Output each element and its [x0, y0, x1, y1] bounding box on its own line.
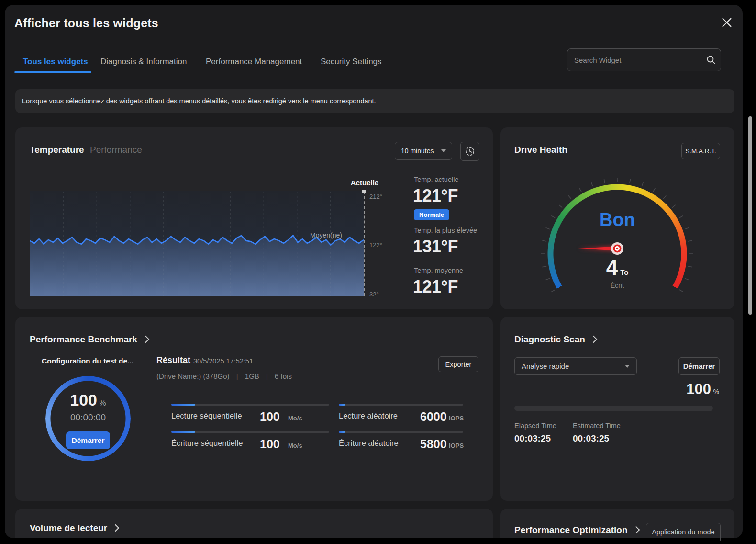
written-unit: To	[620, 268, 628, 276]
optimization-title[interactable]: Performance Optimization	[514, 525, 639, 535]
history-button[interactable]	[460, 142, 479, 161]
temp-average-label: Temp. moyenne	[414, 267, 463, 274]
chevron-right-icon	[142, 336, 150, 343]
benchmark-start-button[interactable]: Démarrer	[66, 431, 110, 449]
seq-read-bar	[171, 404, 329, 406]
drive-health-title: Drive Health	[514, 145, 567, 155]
diagnostic-progress-value: 100	[686, 381, 711, 397]
tab-performance-management[interactable]: Performance Management	[206, 57, 302, 67]
benchmark-progress: 100 %	[45, 391, 131, 409]
info-banner: Lorsque vous sélectionnez des widgets of…	[15, 89, 734, 113]
drive-info: (Drive Name:) (378Go)	[156, 372, 230, 380]
current-marker-dot	[362, 190, 366, 193]
estimated-time-value: 00:03:25	[573, 433, 609, 444]
result-time: 30/5/2025 17:52:51	[193, 357, 253, 365]
chevron-down-icon	[441, 149, 446, 152]
diagnostic-start-button[interactable]: Démarrer	[678, 357, 720, 375]
temp-current-value: 121°F	[413, 186, 458, 206]
chevron-right-icon	[112, 524, 120, 532]
rand-write-unit: IOPS	[449, 442, 464, 449]
apply-mode-button[interactable]: Application du mode	[646, 523, 721, 541]
scan-mode-dropdown[interactable]: Analyse rapide	[514, 357, 637, 375]
written-value: 4	[606, 256, 618, 279]
screen: Afficher tous les widgets Tous les widge…	[0, 0, 756, 544]
seq-write-label: Écriture séquentielle	[171, 439, 243, 448]
tab-tous-les-widgets[interactable]: Tous les widgets	[23, 57, 88, 67]
seq-read-value: 100	[260, 410, 280, 424]
tab-security-settings[interactable]: Security Settings	[321, 57, 382, 67]
elapsed-time-value: 00:03:25	[514, 433, 551, 444]
test-size: 1GB	[245, 372, 259, 380]
y-tick-32: 32°	[369, 291, 379, 298]
benchmark-progress-value: 100	[70, 391, 97, 409]
temp-average-value: 121°F	[413, 277, 458, 297]
rand-read-bar	[339, 404, 463, 406]
current-marker-line	[364, 192, 365, 296]
diagnostic-title[interactable]: Diagnostic Scan	[514, 334, 596, 345]
tab-diagnosis-information[interactable]: Diagnosis & Information	[100, 57, 187, 67]
temp-status-badge: Normale	[414, 209, 449, 220]
temp-highest-value: 131°F	[413, 237, 458, 257]
drive-health-written: 4To	[569, 256, 665, 280]
temperature-title: Temperature	[30, 145, 84, 155]
temp-highest-label: Temp. la plus élevée	[414, 227, 477, 234]
scrollbar-thumb[interactable]	[748, 116, 752, 315]
close-button[interactable]	[717, 12, 737, 33]
benchmark-config-link[interactable]: Configuration du test de...	[42, 357, 133, 365]
test-count: 6 fois	[275, 372, 292, 380]
rand-write-label: Écriture aléatoire	[339, 439, 399, 448]
chevron-down-icon	[625, 365, 630, 368]
seq-write-bar	[171, 431, 329, 433]
estimated-time-label: Estimated Time	[573, 422, 621, 430]
drive-health-status: Bon	[569, 210, 665, 230]
info-banner-text: Lorsque vous sélectionnez des widgets of…	[22, 97, 376, 105]
smart-button[interactable]: S.M.A.R.T.	[681, 143, 720, 159]
seq-read-unit: Mo/s	[288, 415, 302, 422]
seq-read-label: Lecture séquentielle	[171, 411, 242, 420]
rand-read-label: Lecture aléatoire	[339, 411, 398, 420]
history-clock-icon	[465, 146, 475, 157]
time-range-value: 10 minutes	[401, 147, 434, 155]
diagnostic-progress: 100 %	[623, 381, 719, 398]
rand-write-bar	[339, 431, 463, 433]
search-widget-box	[567, 48, 721, 71]
temperature-chart	[30, 191, 364, 296]
search-icon[interactable]	[701, 55, 721, 65]
benchmark-timer: 00:00:00	[45, 412, 131, 423]
drive-health-gauge-overlay	[541, 177, 694, 330]
seq-write-unit: Mo/s	[288, 442, 302, 449]
rand-write-value: 5800	[420, 437, 447, 451]
time-range-dropdown[interactable]: 10 minutes	[395, 142, 452, 160]
seq-write-value: 100	[260, 437, 280, 451]
elapsed-time-label: Elapsed Time	[514, 422, 556, 430]
diagnostic-progress-bar	[514, 406, 713, 411]
benchmark-title[interactable]: Performance Benchmark	[30, 334, 148, 345]
chevron-right-icon	[590, 336, 598, 343]
rand-read-unit: IOPS	[449, 415, 464, 422]
benchmark-progress-unit: %	[99, 399, 106, 407]
scan-mode-value: Analyse rapide	[522, 362, 569, 370]
written-label: Écrit	[569, 282, 665, 289]
result-drive-info: (Drive Name:) (378Go) | 1GB | 6 fois	[156, 372, 292, 380]
close-icon	[722, 17, 732, 28]
current-marker-label: Actuelle	[335, 179, 394, 187]
rand-read-value: 6000	[420, 410, 447, 424]
export-button[interactable]: Exporter	[438, 356, 478, 372]
y-tick-122: 122°	[369, 241, 382, 249]
temperature-subtitle: Performance	[90, 145, 142, 155]
temp-current-label: Temp. actuelle	[414, 176, 459, 183]
y-tick-212: 212°	[369, 193, 382, 200]
active-tab-underline	[14, 71, 91, 73]
series-label: Moyen(ne)	[310, 231, 342, 239]
chevron-right-icon	[632, 526, 640, 534]
result-label: Résultat	[156, 355, 190, 365]
diagnostic-progress-unit: %	[713, 388, 719, 396]
page-title: Afficher tous les widgets	[14, 16, 158, 30]
volume-title[interactable]: Volume de lecteur	[30, 523, 118, 533]
search-input[interactable]	[567, 56, 701, 64]
